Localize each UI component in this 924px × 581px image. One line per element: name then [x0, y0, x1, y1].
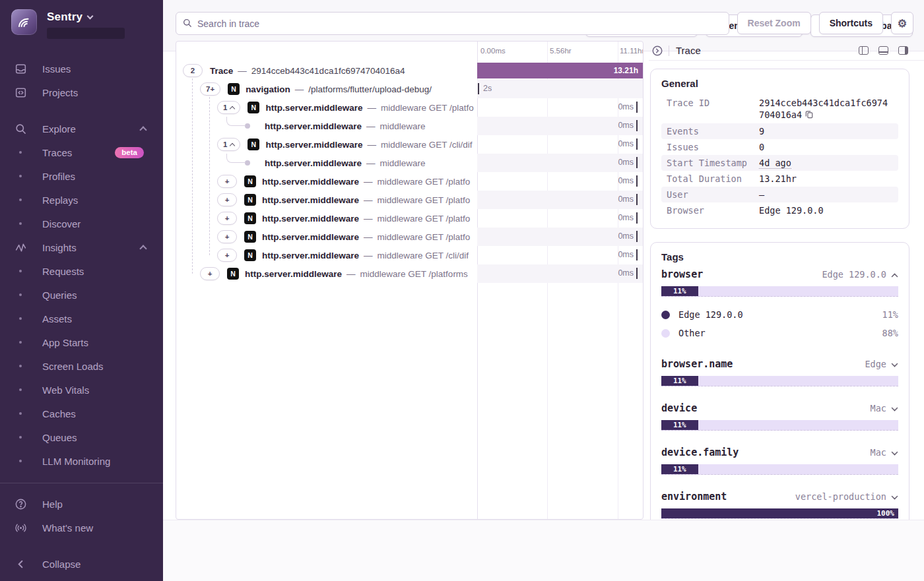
issues-icon — [15, 63, 27, 75]
tag-value-toggle[interactable]: Edge — [865, 359, 898, 369]
expand-children-pill[interactable]: 2 — [183, 64, 203, 77]
legend-row[interactable]: Other88% — [661, 324, 898, 342]
legend-swatch-icon — [661, 311, 670, 319]
trace-span-row[interactable]: 2Trace—2914cceb443c41dca1fc6974704016a41… — [176, 61, 643, 80]
sidebar-item-app-starts[interactable]: App Starts — [0, 330, 163, 354]
expand-children-pill[interactable]: + — [217, 175, 237, 188]
sidebar-item-replays[interactable]: Replays — [0, 188, 163, 212]
shortcuts-button[interactable]: Shortcuts — [819, 12, 883, 34]
sidebar-item-what-s-new[interactable]: What's new — [0, 516, 163, 539]
nextjs-icon: N — [244, 175, 256, 187]
chevron-down-icon — [891, 403, 898, 413]
trace-span-row[interactable]: 1Nhttp.server.middleware—middleware GET … — [176, 98, 643, 117]
org-switcher[interactable]: Sentry — [0, 9, 163, 50]
tag-value-toggle[interactable]: Mac — [871, 447, 898, 458]
trace-span-row[interactable]: http.server.middleware—middleware0ms — [176, 117, 643, 135]
span-duration-cell: 0ms — [477, 98, 643, 117]
span-separator: — — [346, 269, 356, 279]
sidebar-item-traces[interactable]: Tracesbeta — [0, 140, 163, 164]
tag-distribution-bar[interactable]: 100% — [661, 508, 898, 519]
sidebar-item-web-vitals[interactable]: Web Vitals — [0, 378, 163, 402]
brand-name: Sentry — [47, 11, 82, 24]
trace-span-row[interactable]: http.server.middleware—middleware0ms — [176, 154, 643, 172]
tag-bar-fill: 11% — [661, 464, 698, 474]
trace-span-row[interactable]: +Nhttp.server.middleware—middleware GET … — [176, 264, 643, 283]
sidebar-item-issues[interactable]: Issues — [0, 57, 163, 80]
insights-icon — [15, 241, 27, 254]
layout-bottom-icon[interactable] — [878, 46, 888, 55]
tag-key: device — [661, 402, 697, 414]
sidebar-item-requests[interactable]: Requests — [0, 259, 163, 283]
tag-bar-fill: 11% — [661, 420, 698, 430]
sidebar-item-explore[interactable]: Explore — [0, 117, 163, 140]
sidebar-item-insights[interactable]: Insights — [0, 235, 163, 259]
trace-span-row[interactable]: +Nhttp.server.middleware—middleware GET … — [176, 191, 643, 209]
trace-span-row[interactable]: +Nhttp.server.middleware—middleware GET … — [176, 209, 643, 228]
tag-value: vercel-production — [795, 491, 886, 502]
span-separator: — — [364, 195, 373, 205]
sidebar-item-assets[interactable]: Assets — [0, 307, 163, 330]
help-icon — [15, 498, 27, 510]
legend-percent: 11% — [882, 309, 898, 320]
sidebar-item-llm-monitoring[interactable]: LLM Monitoring — [0, 449, 163, 473]
search-input[interactable] — [176, 12, 729, 35]
sidebar-item-screen-loads[interactable]: Screen Loads — [0, 354, 163, 378]
sidebar-item-help[interactable]: Help — [0, 492, 163, 516]
expand-children-pill[interactable]: + — [217, 230, 237, 243]
trace-span-row[interactable]: +Nhttp.server.middleware—middleware GET … — [176, 228, 643, 246]
main-area: Traces › Trace View Configure Traces Ope… — [163, 0, 924, 581]
sidebar-item-label: Caches — [42, 408, 76, 419]
beta-badge: beta — [115, 147, 144, 158]
expand-children-pill[interactable]: 7+ — [200, 82, 220, 96]
search-wrap — [176, 12, 729, 35]
projects-icon — [15, 86, 27, 99]
sidebar-item-caches[interactable]: Caches — [0, 402, 163, 425]
span-separator: — — [238, 66, 247, 76]
bullet-icon — [19, 151, 22, 154]
expand-children-pill[interactable]: + — [217, 212, 237, 225]
nextjs-icon: N — [227, 268, 239, 280]
expand-panel-icon[interactable] — [650, 44, 665, 58]
sidebar-item-label: Screen Loads — [42, 361, 104, 372]
sidebar-item-queries[interactable]: Queries — [0, 283, 163, 307]
tag-distribution-bar[interactable]: 11% — [661, 464, 898, 475]
layout-right-icon[interactable] — [898, 46, 908, 55]
expand-children-pill[interactable]: + — [200, 267, 220, 280]
tag-distribution-bar[interactable]: 11% — [661, 286, 898, 297]
expand-children-pill[interactable]: + — [217, 249, 237, 262]
sidebar-item-queues[interactable]: Queues — [0, 425, 163, 449]
trace-span-row[interactable]: +Nhttp.server.middleware—middleware GET … — [176, 172, 643, 191]
general-row-value: — — [759, 189, 764, 200]
tag-distribution-bar[interactable]: 11% — [661, 376, 898, 386]
tag-value-toggle[interactable]: Edge 129.0.0 — [822, 269, 898, 280]
tag-value-toggle[interactable]: vercel-production — [795, 491, 898, 502]
trace-span-row[interactable]: +Nhttp.server.middleware—middleware GET … — [176, 246, 643, 264]
expand-children-pill[interactable]: 1 — [217, 138, 240, 151]
expand-children-pill[interactable]: + — [217, 193, 237, 206]
sidebar-footer: HelpWhat's new — [0, 483, 163, 539]
span-duration-cell: 0ms — [477, 135, 643, 154]
legend-row[interactable]: Edge 129.0.011% — [661, 305, 898, 324]
settings-gear-button[interactable]: ⚙ — [891, 12, 913, 34]
pill-count: + — [225, 233, 230, 241]
sidebar-item-projects[interactable]: Projects — [0, 80, 163, 104]
sidebar-item-discover[interactable]: Discover — [0, 212, 163, 235]
sidebar-item-profiles[interactable]: Profiles — [0, 164, 163, 188]
sidebar-collapse-button[interactable]: Collapse — [0, 552, 163, 576]
copy-icon[interactable] — [805, 109, 813, 121]
span-separator: — — [366, 158, 376, 168]
legend-percent: 88% — [882, 328, 898, 338]
span-zero-bar — [636, 231, 638, 242]
span-duration-bar[interactable]: 13.21h — [477, 63, 643, 78]
general-row-label: Start Timestamp — [667, 157, 759, 169]
tag-distribution-bar[interactable]: 11% — [661, 420, 898, 431]
span-op-name: navigation — [246, 84, 290, 94]
reset-zoom-button[interactable]: Reset Zoom — [737, 12, 811, 34]
underlined-value[interactable]: 4d ago — [759, 158, 791, 169]
expand-children-pill[interactable]: 1 — [217, 101, 240, 114]
trace-span-row[interactable]: 7+Nnavigation—/platforms/flutter/upload-… — [176, 80, 643, 98]
layout-left-icon[interactable] — [859, 46, 869, 55]
timeline-tick-label: 11.11hr — [620, 47, 644, 55]
tag-value-toggle[interactable]: Mac — [871, 403, 898, 413]
trace-span-row[interactable]: 1Nhttp.server.middleware—middleware GET … — [176, 135, 643, 154]
